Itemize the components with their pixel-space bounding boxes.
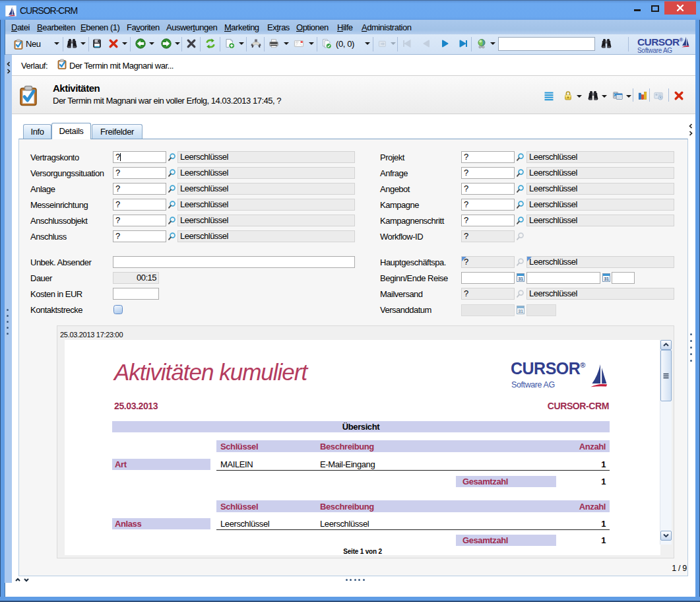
svg-text:31: 31 <box>518 308 523 314</box>
